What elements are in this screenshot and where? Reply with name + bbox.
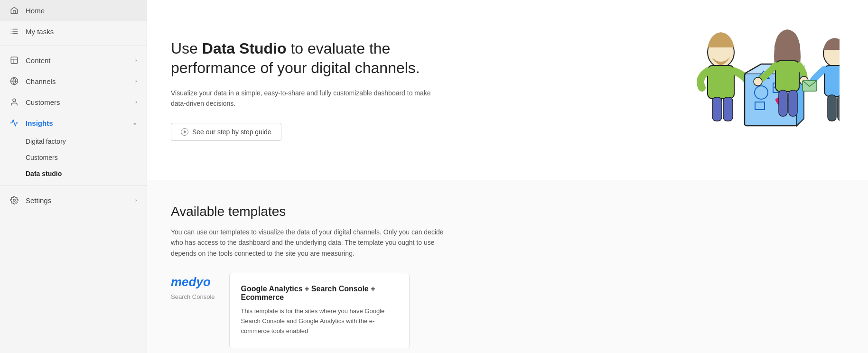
insights-submenu: Digital factory Customers Data studio (0, 133, 147, 182)
svg-rect-14 (708, 65, 734, 99)
sidebar: Home My tasks Content › (0, 0, 147, 353)
hero-illustration (678, 24, 840, 157)
step-by-step-guide-label: See our step by step guide (192, 128, 271, 136)
sidebar-subitem-digital-factory[interactable]: Digital factory (0, 133, 147, 149)
sidebar-item-my-tasks-label: My tasks (26, 28, 54, 36)
templates-section: Available templates You can use our temp… (147, 180, 868, 353)
sidebar-item-channels[interactable]: Channels › (0, 71, 147, 92)
content-icon (9, 56, 19, 65)
svg-point-23 (754, 77, 762, 86)
chevron-right-icon: › (135, 197, 137, 204)
sidebar-item-customers[interactable]: Customers › (0, 92, 147, 112)
templates-grid: medyo Search Console Google Analytics + … (171, 273, 844, 348)
svg-rect-25 (779, 90, 787, 116)
sidebar-subitem-data-studio[interactable]: Data studio (0, 166, 147, 182)
hero-section: Use Data Studio to evaluate the performa… (147, 0, 868, 180)
chevron-down-icon: ⌄ (132, 120, 137, 126)
circle-play-icon (181, 128, 188, 136)
svg-rect-16 (712, 97, 722, 121)
svg-rect-30 (828, 95, 836, 121)
settings-icon (9, 195, 19, 205)
sidebar-item-content-label: Content (26, 56, 51, 65)
medyo-subtitle: Search Console (171, 293, 215, 300)
hero-subtitle: Visualize your data in a simple, easy-to… (171, 88, 437, 109)
sidebar-subitem-digital-factory-label: Digital factory (26, 138, 66, 145)
sidebar-item-insights[interactable]: Insights ⌄ (0, 112, 147, 133)
step-by-step-guide-button[interactable]: See our step by step guide (171, 123, 281, 141)
channels-icon (9, 76, 19, 86)
template-card-ga-ecommerce-desc: This template is for the sites where you… (241, 307, 398, 336)
svg-rect-26 (789, 90, 797, 116)
chevron-right-icon: › (135, 99, 137, 105)
home-icon (9, 6, 19, 15)
sidebar-subitem-customers-label: Customers (26, 154, 58, 161)
sidebar-item-content[interactable]: Content › (0, 50, 147, 71)
medyo-template-item: medyo Search Console (171, 273, 215, 348)
sidebar-item-home[interactable]: Home (0, 0, 147, 21)
customers-icon (9, 97, 19, 107)
svg-rect-22 (775, 61, 799, 92)
templates-description: You can use our templates to visualize t… (171, 227, 456, 259)
chevron-right-icon: › (135, 57, 137, 64)
sidebar-item-home-label: Home (26, 7, 45, 15)
svg-rect-17 (723, 97, 733, 121)
sidebar-item-my-tasks[interactable]: My tasks (0, 21, 147, 42)
tasks-icon (9, 27, 19, 36)
hero-title: Use Data Studio to evaluate the performa… (171, 39, 456, 78)
svg-rect-6 (11, 57, 18, 64)
sidebar-item-settings[interactable]: Settings › (0, 190, 147, 211)
hero-text: Use Data Studio to evaluate the performa… (171, 39, 456, 141)
chevron-right-icon: › (135, 78, 137, 84)
svg-point-12 (13, 199, 16, 202)
sidebar-item-channels-label: Channels (26, 77, 56, 85)
insights-icon (9, 118, 19, 128)
sidebar-item-settings-label: Settings (26, 196, 51, 204)
sidebar-subitem-customers[interactable]: Customers (0, 149, 147, 166)
svg-point-11 (13, 99, 16, 102)
main-content: Use Data Studio to evaluate the performa… (147, 0, 868, 353)
sidebar-item-insights-label: Insights (26, 119, 53, 127)
templates-title: Available templates (171, 204, 844, 219)
svg-rect-31 (838, 95, 840, 121)
sidebar-divider-1 (0, 46, 147, 46)
sidebar-subitem-data-studio-label: Data studio (26, 170, 62, 177)
template-card-ga-ecommerce-title: Google Analytics + Search Console + Ecom… (241, 285, 398, 302)
template-card-ga-ecommerce[interactable]: Google Analytics + Search Console + Ecom… (229, 273, 410, 348)
sidebar-item-customers-label: Customers (26, 98, 60, 106)
sidebar-divider-2 (0, 186, 147, 186)
medyo-logo: medyo (171, 275, 215, 289)
